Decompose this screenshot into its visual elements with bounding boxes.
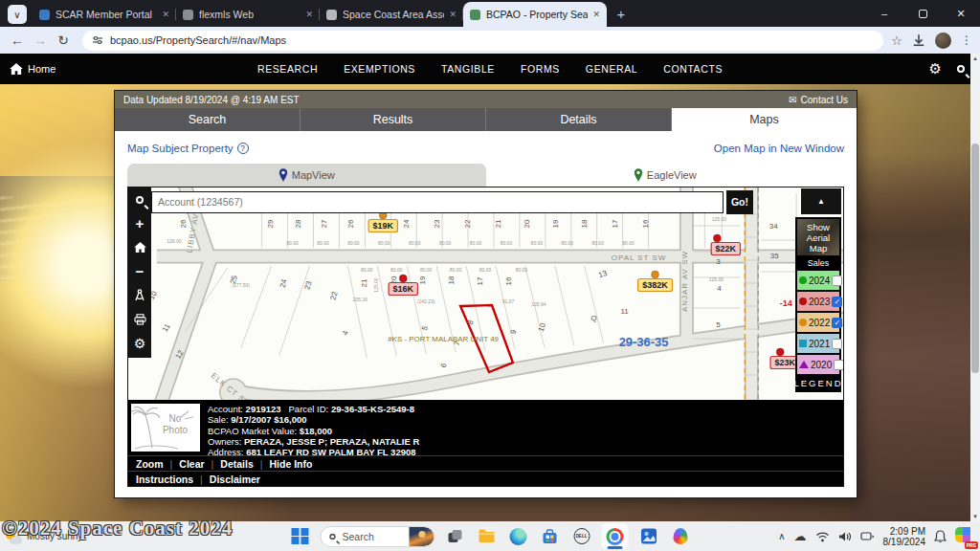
measure-tool-icon[interactable] [128,283,151,307]
forward-button[interactable]: → [29,33,52,48]
close-button[interactable]: ✕ [942,0,980,27]
nav-item-forms[interactable]: FORMS [521,63,560,75]
nav-item-contacts[interactable]: CONTACTS [663,63,723,75]
clear-link[interactable]: Clear [179,458,204,470]
taskbar-search[interactable]: Search [321,526,435,547]
show-aerial-map-button[interactable]: Show Aerial Map [797,219,839,255]
nav-item-tangible[interactable]: TANGIBLE [441,63,495,75]
help-icon[interactable]: ? [237,143,249,154]
svg-text:$23K: $23K [774,358,795,367]
legend-row-2022[interactable]: 2022✓ [797,313,839,332]
legend-collapse-button[interactable]: ▲ [801,188,841,214]
volume-icon[interactable] [838,531,852,542]
tab-search-button[interactable]: ∨ [8,5,27,24]
tab-close-icon[interactable]: ✕ [592,10,600,19]
nav-item-general[interactable]: GENERAL [586,63,637,75]
year-checkbox-2024[interactable] [832,276,842,286]
open-map-new-window-link[interactable]: Open Map in New Window [714,143,844,154]
sales-year-list: 20242023✓2022✓20212020 [797,271,839,374]
zoom-link[interactable]: Zoom [136,458,164,470]
photos-icon[interactable] [637,525,660,548]
circle-marker-icon [799,298,807,305]
dimension-label: 80.00 [531,240,544,246]
bookmark-star-icon[interactable]: ☆ [891,33,902,48]
account-search-input[interactable] [151,191,724,213]
copilot-preview-icon[interactable]: PRE [955,527,974,546]
tab-details[interactable]: Details [486,108,672,131]
year-checkbox-2023[interactable]: ✓ [832,297,842,307]
map-subject-property-link[interactable]: Map Subject Property ? [127,143,249,154]
microsoft-store-icon[interactable] [539,525,562,548]
print-icon[interactable] [128,307,151,331]
maximize-button[interactable] [903,0,942,27]
settings-gear-icon[interactable]: ⚙ [929,60,942,77]
chrome-icon-active[interactable] [602,523,629,549]
tab-title: Space Coast Area Association o [343,9,444,20]
device-icon[interactable] [860,531,875,541]
tab-search[interactable]: Search [115,108,301,131]
site-search-icon[interactable] [957,65,965,73]
nav-item-exemptions[interactable]: EXEMPTIONS [344,63,415,75]
wifi-icon[interactable] [815,531,830,542]
browser-tab-1[interactable]: SCAR Member Portal✕ [33,2,176,27]
legend-row-2020[interactable]: 2020 [797,355,839,374]
home-link[interactable]: Home [10,63,56,75]
subtab-eagleview[interactable]: EagleView [486,164,845,187]
tab-close-icon[interactable]: ✕ [305,10,313,19]
onedrive-cloud-icon[interactable]: ☁ [794,529,807,543]
go-button[interactable]: Go! [726,190,753,214]
tab-maps[interactable]: Maps [672,108,857,131]
year-checkbox-2022[interactable]: ✓ [832,318,842,328]
svg-text:$22K: $22K [716,244,737,253]
legend-row-2023[interactable]: 2023✓ [797,292,839,311]
dimension-label: 80.00 [479,267,492,273]
download-icon[interactable] [912,33,925,47]
minimize-button[interactable]: – [865,0,903,27]
address-bar[interactable]: bcpao.us/PropertySearch/#/nav/Maps [82,31,883,51]
profile-avatar[interactable] [935,33,951,49]
site-info-icon[interactable] [92,34,103,46]
edge-icon[interactable] [507,525,530,548]
tray-chevron-icon[interactable]: ∧ [778,531,785,541]
scroll-up-arrow[interactable]: ▴ [970,54,980,63]
start-button[interactable] [289,525,312,548]
instructions-link[interactable]: Instructions [136,474,193,485]
tray-clock[interactable]: 2:09 PM 8/19/2024 [883,526,926,547]
notification-bell-icon[interactable] [934,530,947,543]
menu-kebab-icon[interactable]: ⋮ [961,33,972,47]
year-checkbox-2021[interactable] [832,339,842,349]
browser-tab-2[interactable]: flexmls Web✕ [176,2,320,27]
new-tab-button[interactable]: + [611,3,632,24]
map-settings-gear-icon[interactable]: ⚙ [128,331,151,355]
circle-marker-icon [799,319,807,326]
tab-close-icon[interactable]: ✕ [449,10,457,19]
file-explorer-icon[interactable] [476,525,499,548]
legend-button[interactable]: LEGEND [797,376,839,390]
details-link[interactable]: Details [220,458,253,470]
map-home-button[interactable] [128,235,151,259]
nav-item-research[interactable]: RESEARCH [257,63,318,75]
task-view-icon[interactable] [444,525,467,548]
paint-app-icon[interactable] [669,525,692,548]
reload-button[interactable]: ↻ [52,33,75,48]
browser-tab-3[interactable]: Space Coast Area Association o✕ [320,2,463,27]
dimension-label: 80.00 [501,240,513,246]
subtab-mapview[interactable]: MapView [127,164,486,187]
hide-info-link[interactable]: Hide Info [269,458,312,470]
back-button[interactable]: ← [6,33,29,48]
dimension-label: 80.00 [378,240,390,246]
scroll-down-arrow[interactable]: ▾ [970,512,980,521]
zoom-in-button[interactable]: + [128,211,151,235]
disclaimer-link[interactable]: Disclaimer [210,474,260,485]
zoom-out-button[interactable]: − [128,259,151,283]
legend-row-2021[interactable]: 2021 [797,334,839,353]
dell-app-icon[interactable]: DELL [570,525,593,548]
browser-tab-4[interactable]: BCPAO - Property Search✕ [463,2,607,27]
legend-row-2024[interactable]: 2024 [797,271,839,290]
contact-us-link[interactable]: ✉ Contact Us [789,95,848,105]
year-checkbox-2020[interactable] [834,360,844,370]
map-search-icon[interactable] [128,187,151,211]
tab-close-icon[interactable]: ✕ [162,10,169,19]
tab-results[interactable]: Results [301,108,486,131]
scrollbar-thumb[interactable] [971,143,979,373]
